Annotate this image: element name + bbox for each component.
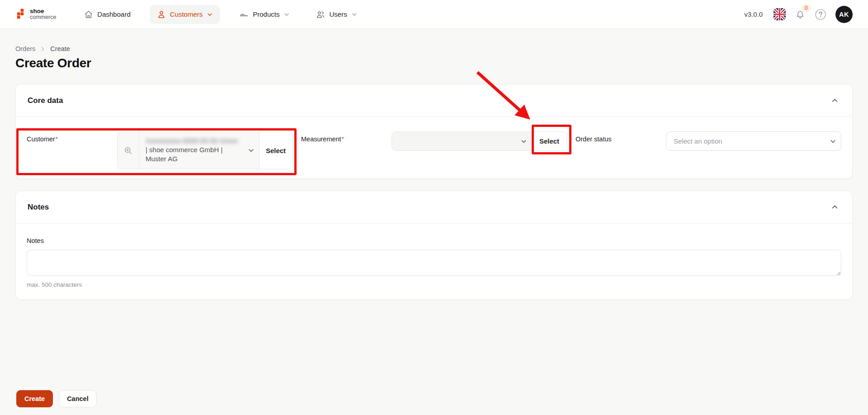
order-status-select[interactable]: Select an option xyxy=(666,131,841,151)
order-status-field-group: Order status Select an option xyxy=(576,131,841,169)
measurement-select-input[interactable] xyxy=(392,132,532,150)
top-navigation-bar: shoe commerce Dashboard Customers xyxy=(0,0,868,29)
chevron-down-icon xyxy=(283,11,290,18)
form-actions: Create Cancel xyxy=(16,390,97,407)
chevron-down-icon xyxy=(830,138,836,145)
magnifier-zoom-in-icon xyxy=(123,146,133,155)
customer-value-redacted: Xxxxxxxxxx-0000-00-00-Xxxxx xyxy=(146,136,245,145)
breadcrumb-separator-icon xyxy=(40,46,46,52)
app-logo[interactable]: shoe commerce xyxy=(15,8,56,20)
measurement-select-button[interactable]: Select xyxy=(532,132,566,150)
required-marker: * xyxy=(342,135,344,142)
breadcrumb-create: Create xyxy=(50,45,70,52)
logo-mark-icon xyxy=(15,8,27,20)
user-avatar[interactable]: AK xyxy=(835,6,853,23)
nav-label: Products xyxy=(253,10,279,18)
home-icon xyxy=(84,10,93,19)
help-button[interactable] xyxy=(815,9,826,20)
nav-item-dashboard[interactable]: Dashboard xyxy=(77,5,137,24)
customer-field-group: Customer* Xxxxxxxxxx-0000-00-00-Xxxxx | … xyxy=(27,131,292,169)
cancel-button[interactable]: Cancel xyxy=(59,390,97,407)
customer-combobox: Xxxxxxxxxx-0000-00-00-Xxxxx | shoe comme… xyxy=(117,131,292,169)
customer-label: Customer* xyxy=(27,131,117,169)
measurement-field-group: Measurement* Select xyxy=(301,131,567,169)
chevron-down-icon xyxy=(248,147,255,154)
core-data-card: Core data Customer* xyxy=(15,84,853,179)
nav-item-customers[interactable]: Customers xyxy=(150,5,221,24)
customer-select-button[interactable]: Select xyxy=(259,132,292,169)
main-nav: Dashboard Customers Products xyxy=(77,5,364,24)
notifications-button[interactable]: 0 xyxy=(795,9,806,20)
chevron-down-icon xyxy=(207,11,213,18)
notes-card-title: Notes xyxy=(28,203,49,212)
language-flag-uk-icon[interactable] xyxy=(774,8,786,20)
notes-field-label: Notes xyxy=(27,237,841,244)
notification-count-badge: 0 xyxy=(802,5,811,12)
notes-textarea[interactable] xyxy=(27,250,841,276)
chevron-up-icon xyxy=(831,203,839,211)
measurement-combobox: Select xyxy=(392,131,567,151)
notes-card: Notes Notes max. 500 characters xyxy=(15,191,853,300)
page-title: Create Order xyxy=(15,56,853,70)
core-data-collapse-button[interactable] xyxy=(829,95,840,106)
breadcrumb: Orders Create xyxy=(15,45,853,52)
order-status-label: Order status xyxy=(576,131,666,169)
logo-text-line1: shoe xyxy=(30,8,56,14)
measurement-label: Measurement* xyxy=(301,131,392,169)
users-icon xyxy=(316,10,325,19)
person-icon xyxy=(157,10,166,19)
nav-label: Dashboard xyxy=(97,10,130,18)
logo-text-line2: commerce xyxy=(30,14,56,20)
nav-item-users[interactable]: Users xyxy=(309,5,364,24)
nav-label: Users xyxy=(329,10,347,18)
notes-collapse-button[interactable] xyxy=(829,201,840,213)
chevron-up-icon xyxy=(831,97,839,104)
create-button[interactable]: Create xyxy=(16,390,53,407)
core-data-card-title: Core data xyxy=(28,96,63,105)
main-content: Orders Create Create Order Core data Cus… xyxy=(0,45,868,300)
chevron-down-icon xyxy=(351,11,358,18)
order-status-placeholder: Select an option xyxy=(674,137,722,145)
shoe-icon xyxy=(239,9,249,19)
customer-value-company: | shoe commerce GmbH | Muster AG xyxy=(146,145,244,163)
app-version: v3.0.0 xyxy=(744,10,763,18)
notes-max-chars-hint: max. 500 characters xyxy=(27,281,841,288)
question-circle-icon xyxy=(815,9,826,20)
chevron-down-icon xyxy=(520,138,527,145)
required-marker: * xyxy=(56,135,58,142)
nav-label: Customers xyxy=(170,10,203,18)
breadcrumb-orders[interactable]: Orders xyxy=(15,45,35,52)
customer-value-area[interactable]: Xxxxxxxxxx-0000-00-00-Xxxxx | shoe comme… xyxy=(139,132,259,169)
nav-item-products[interactable]: Products xyxy=(232,5,297,24)
customer-search-icon-cell xyxy=(118,132,139,169)
